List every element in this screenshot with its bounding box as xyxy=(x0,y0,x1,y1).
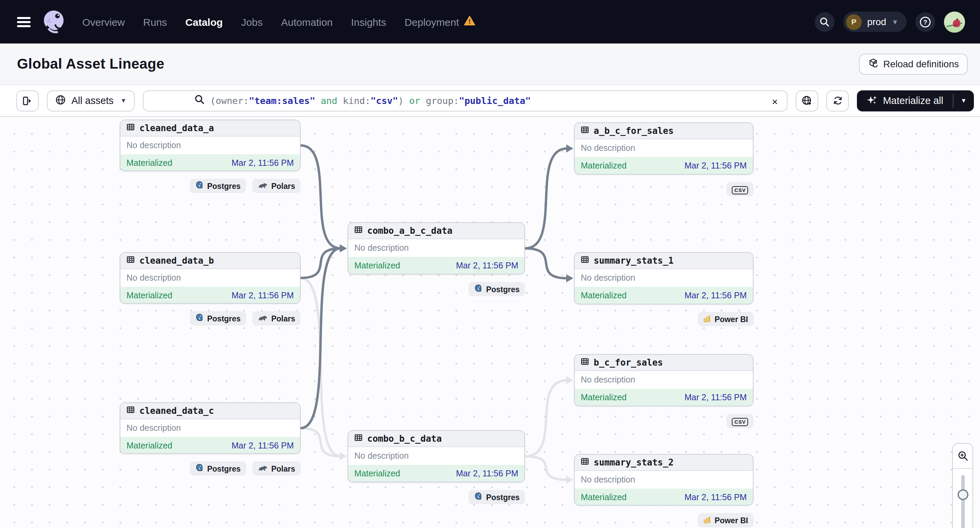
asset-status-row[interactable]: MaterializedMar 2, 11:56 PM xyxy=(575,287,753,304)
kind-tag-powerbi[interactable]: Power BI xyxy=(698,312,754,326)
dagster-logo-icon[interactable] xyxy=(40,8,67,35)
zoom-in-icon[interactable] xyxy=(953,444,972,469)
kind-tag-postgres[interactable]: Postgres xyxy=(189,311,246,325)
help-icon[interactable]: ? xyxy=(915,12,935,32)
polars-icon xyxy=(258,181,268,190)
top-nav-bar: OverviewRunsCatalogJobsAutomationInsight… xyxy=(0,0,980,43)
asset-status-row[interactable]: MaterializedMar 2, 11:56 PM xyxy=(120,437,300,454)
asset-name: combo_b_c_data xyxy=(367,434,442,444)
asset-node-header[interactable]: b_c_for_sales xyxy=(575,355,753,371)
kind-tags-row: PostgresPolars xyxy=(189,461,301,476)
asset-search-input[interactable]: (owner:"team:sales" and kind:"csv") or g… xyxy=(143,90,788,111)
materialize-all-button[interactable]: Materialize all ▼ xyxy=(857,90,974,111)
asset-description: No description xyxy=(575,269,753,287)
asset-status-row[interactable]: MaterializedMar 2, 11:56 PM xyxy=(575,389,753,406)
user-avatar[interactable] xyxy=(944,11,965,32)
asset-status-row[interactable]: MaterializedMar 2, 11:56 PM xyxy=(575,157,753,174)
nav-item-catalog[interactable]: Catalog xyxy=(185,16,223,27)
nav-item-jobs[interactable]: Jobs xyxy=(241,16,262,27)
kind-tag-powerbi[interactable]: Power BI xyxy=(698,513,754,527)
environment-badge: P xyxy=(846,14,862,30)
asset-node-header[interactable]: combo_a_b_c_data xyxy=(348,223,524,239)
asset-node-b_c_for_sales[interactable]: b_c_for_salesNo descriptionMaterializedM… xyxy=(574,354,754,406)
status-badge: Materialized xyxy=(127,290,172,300)
nav-item-insights[interactable]: Insights xyxy=(351,16,386,27)
refresh-button[interactable] xyxy=(827,90,849,111)
nav-item-automation[interactable]: Automation xyxy=(281,16,333,27)
asset-node-combo_b_c_data[interactable]: combo_b_c_dataNo descriptionMaterialized… xyxy=(347,430,525,482)
kind-tag-csv[interactable]: CSV xyxy=(727,414,754,428)
asset-node-header[interactable]: cleaned_data_b xyxy=(120,253,300,269)
asset-status-row[interactable]: MaterializedMar 2, 11:56 PM xyxy=(120,154,300,171)
asset-scope-dropdown[interactable]: All assets ▼ xyxy=(47,90,135,111)
kind-tag-label: Polars xyxy=(271,182,295,190)
query-segment: "public_data" xyxy=(459,95,531,106)
materialization-timestamp: Mar 2, 11:56 PM xyxy=(684,290,747,300)
clear-search-icon[interactable]: ✕ xyxy=(768,94,782,108)
kind-tags-row: PostgresPolars xyxy=(189,311,301,325)
table-icon xyxy=(581,126,589,136)
table-icon xyxy=(127,255,135,266)
kind-tag-csv[interactable]: CSV xyxy=(727,182,754,197)
asset-node-cleaned_data_c[interactable]: cleaned_data_cNo descriptionMaterialized… xyxy=(120,402,301,454)
powerbi-icon xyxy=(703,314,711,324)
asset-name: cleaned_data_a xyxy=(139,123,214,133)
zoom-slider[interactable] xyxy=(953,469,972,528)
asset-status-row[interactable]: MaterializedMar 2, 11:56 PM xyxy=(348,257,524,274)
kind-tag-postgres[interactable]: Postgres xyxy=(469,490,525,504)
asset-node-header[interactable]: summary_stats_1 xyxy=(575,253,753,269)
asset-node-header[interactable]: summary_stats_2 xyxy=(575,455,753,471)
asset-node-header[interactable]: a_b_c_for_sales xyxy=(575,123,753,139)
asset-status-row[interactable]: MaterializedMar 2, 11:56 PM xyxy=(348,465,524,482)
sparkles-icon xyxy=(867,94,878,107)
lineage-toolbar: All assets ▼ (owner:"team:sales" and kin… xyxy=(0,85,980,117)
asset-node-cleaned_data_b[interactable]: cleaned_data_bNo descriptionMaterialized… xyxy=(120,252,301,304)
table-icon xyxy=(127,406,135,416)
nav-right: P prod ▼ ? xyxy=(815,11,965,32)
search-icon[interactable] xyxy=(815,12,834,32)
nav-item-label: Catalog xyxy=(185,16,223,27)
nav-item-runs[interactable]: Runs xyxy=(143,16,167,27)
materialization-timestamp: Mar 2, 11:56 PM xyxy=(456,261,518,270)
reload-definitions-button[interactable]: Reload definitions xyxy=(859,53,968,75)
menu-icon[interactable] xyxy=(17,17,30,27)
kind-tag-postgres[interactable]: Postgres xyxy=(189,179,246,193)
new-catalog-view-button[interactable] xyxy=(796,90,818,111)
asset-status-row[interactable]: MaterializedMar 2, 11:56 PM xyxy=(575,488,753,506)
status-badge: Materialized xyxy=(354,469,400,478)
asset-node-header[interactable]: cleaned_data_a xyxy=(120,120,300,136)
asset-node-cleaned_data_a[interactable]: cleaned_data_aNo descriptionMaterialized… xyxy=(120,120,301,171)
materialization-timestamp: Mar 2, 11:56 PM xyxy=(456,469,518,478)
asset-node-summary_stats_1[interactable]: summary_stats_1No descriptionMaterialize… xyxy=(574,252,754,304)
asset-node-header[interactable]: combo_b_c_data xyxy=(348,431,524,447)
materialization-timestamp: Mar 2, 11:56 PM xyxy=(232,290,294,300)
table-icon xyxy=(354,434,363,444)
zoom-slider-thumb[interactable] xyxy=(957,489,968,500)
asset-description: No description xyxy=(120,419,300,437)
kind-tag-polars[interactable]: Polars xyxy=(252,311,301,325)
kind-tag-polars[interactable]: Polars xyxy=(252,179,301,193)
asset-node-header[interactable]: cleaned_data_c xyxy=(120,403,300,419)
kind-tag-label: Polars xyxy=(271,314,295,322)
lineage-canvas[interactable]: cleaned_data_aNo descriptionMaterialized… xyxy=(0,117,980,528)
nav-item-overview[interactable]: Overview xyxy=(82,16,125,27)
materialize-dropdown-icon[interactable]: ▼ xyxy=(953,90,974,111)
materialize-all-main[interactable]: Materialize all xyxy=(857,90,953,111)
asset-node-combo_a_b_c_data[interactable]: combo_a_b_c_dataNo descriptionMaterializ… xyxy=(347,222,525,274)
asset-node-summary_stats_2[interactable]: summary_stats_2No descriptionMaterialize… xyxy=(574,454,754,506)
environment-switcher[interactable]: P prod ▼ xyxy=(843,11,907,32)
postgres-icon xyxy=(474,492,483,502)
asset-name: combo_a_b_c_data xyxy=(367,225,452,236)
asset-node-a_b_c_for_sales[interactable]: a_b_c_for_salesNo descriptionMaterialize… xyxy=(574,122,754,174)
kind-tag-polars[interactable]: Polars xyxy=(252,461,301,476)
asset-status-row[interactable]: MaterializedMar 2, 11:56 PM xyxy=(120,287,300,304)
asset-description: No description xyxy=(120,136,300,154)
kind-tag-postgres[interactable]: Postgres xyxy=(469,282,525,296)
nav-item-deployment[interactable]: Deployment xyxy=(405,16,476,28)
warning-icon xyxy=(464,16,476,28)
kind-tags-row: Postgres xyxy=(469,282,525,296)
materialize-all-label: Materialize all xyxy=(883,95,943,106)
status-badge: Materialized xyxy=(354,261,400,270)
kind-tag-postgres[interactable]: Postgres xyxy=(189,461,246,476)
open-side-panel-button[interactable] xyxy=(16,90,39,111)
